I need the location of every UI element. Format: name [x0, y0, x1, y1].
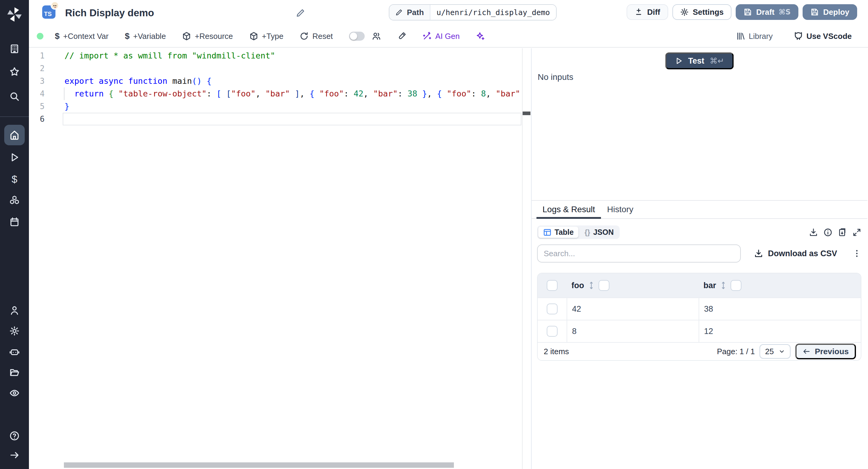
diff-button[interactable]: Diff [627, 4, 668, 20]
building-icon [9, 44, 20, 54]
sidebar-item-variables[interactable]: $ [4, 169, 25, 189]
arrow-left-icon [803, 347, 810, 355]
search-icon [9, 91, 20, 101]
page-indicator: Page: 1 / 1 [717, 347, 755, 356]
info-icon[interactable] [824, 228, 832, 237]
row-checkbox-cell [538, 320, 567, 342]
overview-ruler[interactable] [522, 48, 531, 469]
use-vscode-button[interactable]: Use VScode [794, 32, 852, 41]
sidebar-item-schedules[interactable] [4, 212, 25, 232]
format-button[interactable] [397, 32, 406, 41]
chevron-down-icon [778, 348, 785, 355]
horizontal-scrollbar[interactable] [64, 462, 454, 468]
sidebar-item-search[interactable] [4, 86, 25, 107]
tab-history[interactable]: History [601, 201, 639, 218]
select-all-checkbox[interactable] [547, 280, 558, 291]
sort-icon[interactable] [588, 281, 594, 290]
sidebar-item-workers[interactable] [4, 342, 25, 362]
code-line[interactable]: 1// import * as wmill from "windmill-cli… [29, 50, 522, 62]
sidebar-item-runs[interactable] [4, 147, 25, 167]
column-header-bar: bar [699, 280, 861, 291]
refresh-icon [300, 32, 309, 41]
download-icon[interactable] [809, 228, 818, 237]
deploy-button[interactable]: Deploy [803, 4, 857, 20]
play-icon [9, 152, 20, 162]
code-line[interactable]: 2 [29, 62, 522, 75]
sidebar-item-users[interactable] [4, 300, 25, 321]
code-line[interactable]: 3export async function main() { [29, 75, 522, 87]
previous-page-button[interactable]: Previous [795, 344, 856, 359]
folder-open-icon [9, 368, 20, 378]
windmill-script-editor: $ TS R [0, 0, 868, 469]
tab-logs-result[interactable]: Logs & Result [536, 201, 601, 218]
path-widget[interactable]: Path u/henri/rich_display_demo [389, 4, 557, 21]
test-shortcut: ⌘↵ [710, 56, 724, 65]
download-csv-button[interactable]: Download as CSV [754, 249, 837, 258]
view-json-toggle[interactable]: {} JSON [580, 227, 618, 238]
table-controls: Download as CSV [537, 245, 861, 262]
row-checkbox[interactable] [547, 326, 558, 337]
cursor-position-mark [523, 112, 530, 115]
code-line[interactable]: 4 return { "table-row-object": [ ["foo",… [29, 87, 522, 100]
add-type-button[interactable]: +Type [249, 32, 284, 41]
sidebar-item-audit-logs[interactable] [4, 383, 25, 403]
collab-toggle[interactable] [349, 32, 365, 41]
add-resource-button[interactable]: +Resource [182, 32, 233, 41]
save-draft-button[interactable]: Draft ⌘S [736, 4, 798, 20]
ai-sparkles-button[interactable] [476, 32, 485, 41]
topbar-actions: Diff Settings Draft ⌘S Deploy [627, 4, 857, 20]
settings-button[interactable]: Settings [673, 4, 732, 20]
table-body: 4238812 [538, 298, 861, 342]
library-button[interactable]: Library [736, 32, 772, 41]
row-checkbox[interactable] [547, 304, 558, 314]
sidebar-item-workspace[interactable] [4, 39, 25, 59]
result-actions [809, 228, 861, 237]
dollar-icon: $ [55, 31, 60, 41]
column-checkbox-bar[interactable] [731, 280, 741, 291]
page-size-select[interactable]: 25 [760, 344, 790, 359]
clipboard-copy-icon[interactable] [838, 228, 847, 237]
sidebar-item-help[interactable] [4, 426, 25, 446]
eye-icon [9, 388, 20, 398]
library-icon [736, 32, 745, 41]
column-header-foo: foo [567, 280, 699, 291]
sort-icon[interactable] [720, 281, 726, 290]
sidebar-expand-button[interactable] [4, 445, 25, 465]
boxes-icon [9, 195, 20, 205]
column-label: bar [704, 281, 716, 290]
test-button[interactable]: Test ⌘↵ [665, 53, 734, 69]
line-number: 3 [29, 75, 44, 87]
sidebar-item-folders[interactable] [4, 362, 25, 383]
more-options-button[interactable] [852, 249, 861, 258]
sidebar-item-resources[interactable] [4, 190, 25, 210]
view-table-toggle[interactable]: Table [538, 227, 578, 238]
code-line[interactable]: 6 [29, 113, 522, 125]
table-row[interactable]: 812 [538, 320, 861, 342]
add-context-var-button[interactable]: $+Context Var [55, 31, 108, 41]
search-input[interactable] [537, 245, 741, 262]
sidebar-item-settings[interactable] [4, 321, 25, 341]
topbar: TS Rich Display demo Path u/henri/rich_d… [29, 0, 868, 25]
draft-shortcut: ⌘S [779, 8, 791, 16]
sidebar-item-home[interactable] [4, 125, 25, 145]
save-icon [744, 8, 752, 16]
table-footer: 2 items Page: 1 / 1 25 Pre [538, 342, 861, 360]
edit-summary-button[interactable] [296, 8, 305, 18]
result-table: foo bar [537, 273, 861, 361]
ai-gen-button[interactable]: AI Gen [423, 32, 460, 41]
expand-icon[interactable] [852, 228, 861, 237]
sidebar-item-favorites[interactable] [4, 61, 25, 82]
add-variable-button[interactable]: $+Variable [125, 31, 166, 41]
column-label: foo [571, 281, 584, 290]
code-line[interactable]: 5} [29, 100, 522, 113]
users-icon[interactable] [372, 32, 381, 41]
column-checkbox-foo[interactable] [598, 280, 610, 291]
code-editor[interactable]: 1// import * as wmill from "windmill-cli… [29, 48, 532, 469]
reset-button[interactable]: Reset [300, 32, 333, 41]
windmill-logo[interactable] [6, 6, 23, 23]
table-cell: 8 [567, 320, 699, 342]
table-row[interactable]: 4238 [538, 298, 861, 320]
content-split: 1// import * as wmill from "windmill-cli… [29, 48, 868, 469]
code-text: } [64, 100, 522, 113]
no-inputs-label: No inputs [538, 72, 573, 82]
